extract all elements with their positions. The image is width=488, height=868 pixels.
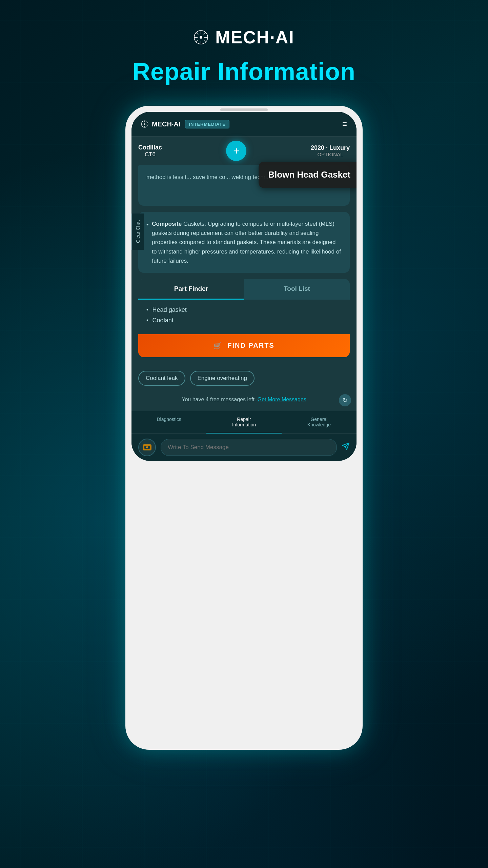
svg-point-1 [200,36,202,39]
tab-tool-list[interactable]: Tool List [244,279,350,300]
composite-gaskets-bubble: • Composite Gaskets: Upgrading to compos… [138,212,350,273]
vehicle-package: OPTIONAL [318,152,343,157]
gaskets-desc: Upgrading to composite or multi-layer st… [152,221,341,264]
parts-list: • Head gasket • Coolant [138,300,350,334]
phone-frame: MECH·AI INTERMEDIATE ≡ Codillac CT6 + 20… [125,106,363,750]
svg-point-11 [144,123,145,125]
chat-message-bubble: method is less t... save time co... weld… [138,165,350,206]
svg-line-9 [196,40,198,42]
suggestion-chips: Coolant leak Engine overheating [131,371,357,391]
tab-part-finder[interactable]: Part Finder [138,279,244,300]
nav-repair-label: Repair Information [209,417,279,427]
chip-coolant-leak[interactable]: Coolant leak [138,371,185,386]
send-icon [342,442,350,450]
logo-area: MECH·AI [194,27,294,47]
chip-engine-overheating[interactable]: Engine overheating [190,371,255,386]
free-messages-row: You have 4 free messages left. Get More … [131,391,357,411]
nav-general-knowledge[interactable]: General Knowledge [282,411,357,433]
svg-line-7 [204,40,206,42]
vehicle-left-info[interactable]: Codillac CT6 [138,144,162,158]
composite-gaskets-item: • Composite Gaskets: Upgrading to compos… [146,219,342,265]
obd-icon [142,442,152,453]
header-left: MECH·AI INTERMEDIATE [141,120,229,128]
svg-line-6 [196,32,198,35]
nav-general-label: General Knowledge [284,417,354,427]
nav-diagnostics[interactable]: Diagnostics [131,411,206,433]
gaskets-colon: Gaskets: [182,221,206,227]
bullet-point: • [146,220,148,230]
header-logo-icon [141,120,148,128]
obd-icon-wrapper [138,439,156,456]
logo-icon [194,30,208,45]
app-header: MECH·AI INTERMEDIATE ≡ [131,112,357,137]
header-logo-text: MECH·AI [152,120,180,128]
add-vehicle-button[interactable]: + [226,141,246,161]
part-finder-section: Part Finder Tool List • Head gasket • Co… [138,279,350,357]
skill-badge: INTERMEDIATE [185,120,229,128]
vehicle-make-model: Codillac [138,144,162,151]
message-input-area [131,433,357,461]
cart-icon: 🛒 [214,342,223,350]
get-more-messages-link[interactable]: Get More Messages [258,397,306,402]
nav-repair-information[interactable]: Repair Information [206,411,281,433]
part-item-coolant: • Coolant [146,317,342,324]
vehicle-selector: Codillac CT6 + 2020 · Luxury OPTIONAL [131,137,357,165]
bottom-navigation: Diagnostics Repair Information General K… [131,411,357,433]
app-header-logo: MECH·AI [141,120,180,128]
chat-content: method is less t... save time co... weld… [131,165,357,371]
find-parts-button[interactable]: 🛒 FIND PARTS [138,334,350,357]
clear-chat-tab[interactable]: Clear Chat [131,214,144,250]
free-messages-text: You have 4 free messages left. Get More … [175,394,313,407]
hamburger-menu-icon[interactable]: ≡ [342,119,347,129]
nav-diagnostics-label: Diagnostics [134,417,204,422]
refresh-button[interactable]: ↻ [339,394,351,406]
find-parts-label: FIND PARTS [227,342,274,349]
part-item-head-gasket: • Head gasket [146,306,342,314]
vehicle-right-info[interactable]: 2020 · Luxury OPTIONAL [311,144,350,157]
part-name-2: Coolant [152,317,174,324]
svg-line-8 [204,32,206,35]
part-bullet-1: • [146,307,148,313]
page-title: Repair Information [133,58,355,85]
part-bullet-2: • [146,317,148,323]
app-logo-text: MECH·AI [215,27,294,47]
part-name-1: Head gasket [152,306,187,314]
svg-point-19 [147,447,148,448]
free-messages-count: You have 4 free messages left. [182,397,256,402]
part-finder-tabs: Part Finder Tool List [138,279,350,300]
vehicle-trim: CT6 [145,151,156,158]
composite-gaskets-text: Composite Gaskets: Upgrading to composit… [152,219,342,265]
send-message-button[interactable] [342,442,350,452]
composite-bold: Composite [152,221,182,227]
message-input-field[interactable] [161,439,337,456]
phone-notch [220,108,268,111]
blown-head-gasket-tooltip: Blown Head Gasket [259,162,357,188]
vehicle-year-grade: 2020 · Luxury [311,144,350,152]
phone-screen: MECH·AI INTERMEDIATE ≡ Codillac CT6 + 20… [131,112,357,461]
